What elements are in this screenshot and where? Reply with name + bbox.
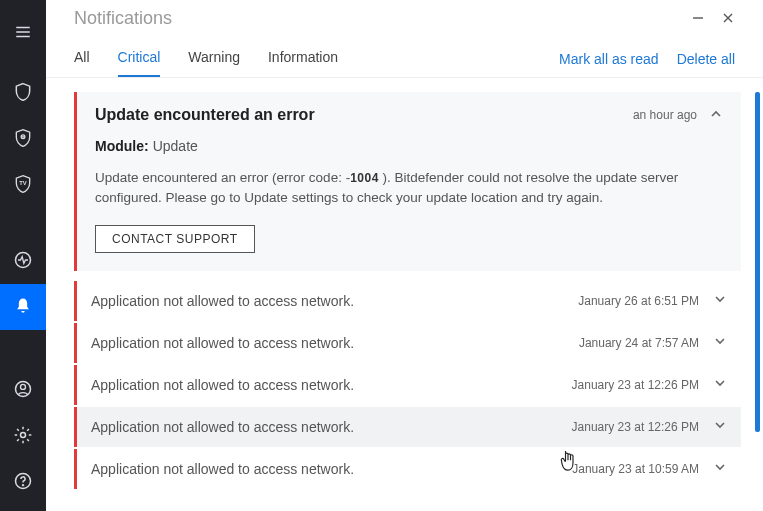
page-title: Notifications <box>74 8 683 29</box>
chevron-down-icon <box>714 293 726 308</box>
notification-row-time: January 23 at 10:59 AM <box>572 462 699 476</box>
activity-icon <box>13 250 33 273</box>
notification-row-time: January 23 at 12:26 PM <box>572 378 699 392</box>
notification-time: an hour ago <box>633 108 697 122</box>
contact-support-button[interactable]: CONTACT SUPPORT <box>95 225 255 253</box>
expand-button[interactable] <box>713 336 727 350</box>
notification-row-msg: Application not allowed to access networ… <box>91 335 579 351</box>
sidebar-item-settings[interactable] <box>0 413 46 459</box>
notification-row-msg: Application not allowed to access networ… <box>91 461 572 477</box>
tab-bar: All Critical Warning Information Mark al… <box>46 33 763 78</box>
tv-shield-icon: TV <box>13 174 33 197</box>
notifications-list: Update encountered an error an hour ago … <box>46 78 763 511</box>
svg-text:TV: TV <box>19 179 27 185</box>
notification-module: Module:Update <box>95 138 723 154</box>
sidebar-item-shield-tv[interactable]: TV <box>0 162 46 208</box>
svg-point-8 <box>22 484 24 486</box>
sidebar-item-help[interactable] <box>0 459 46 505</box>
notification-body: Update encountered an error (error code:… <box>95 168 723 209</box>
notification-row[interactable]: Application not allowed to access networ… <box>74 323 741 363</box>
sidebar-item-protection[interactable] <box>0 70 46 116</box>
eye-shield-icon <box>13 128 33 151</box>
notification-row-msg: Application not allowed to access networ… <box>91 293 578 309</box>
sidebar-item-privacy[interactable] <box>0 116 46 162</box>
sidebar: TV <box>0 0 46 511</box>
tab-information[interactable]: Information <box>268 43 338 77</box>
svg-point-6 <box>21 432 26 437</box>
notification-row-time: January 26 at 6:51 PM <box>578 294 699 308</box>
chevron-down-icon <box>714 461 726 476</box>
collapse-button[interactable] <box>709 108 723 122</box>
tab-warning[interactable]: Warning <box>188 43 240 77</box>
sidebar-item-activity[interactable] <box>0 238 46 284</box>
notification-row[interactable]: Application not allowed to access networ… <box>74 407 741 447</box>
notification-row[interactable]: Application not allowed to access networ… <box>74 449 741 489</box>
svg-point-1 <box>22 136 23 137</box>
notification-row-time: January 23 at 12:26 PM <box>572 420 699 434</box>
notification-row[interactable]: Application not allowed to access networ… <box>74 281 741 321</box>
bell-icon <box>13 296 33 319</box>
close-icon <box>722 11 734 27</box>
notification-expanded: Update encountered an error an hour ago … <box>74 92 741 271</box>
notification-row[interactable]: Application not allowed to access networ… <box>74 365 741 405</box>
notification-title: Update encountered an error <box>95 106 633 124</box>
delete-all-link[interactable]: Delete all <box>677 51 735 67</box>
sidebar-item-account[interactable] <box>0 367 46 413</box>
mark-all-read-link[interactable]: Mark all as read <box>559 51 659 67</box>
chevron-down-icon <box>714 377 726 392</box>
scrollbar-thumb[interactable] <box>755 92 760 432</box>
notification-row-msg: Application not allowed to access networ… <box>91 419 572 435</box>
gear-icon <box>13 425 33 448</box>
expand-button[interactable] <box>713 420 727 434</box>
chevron-down-icon <box>714 419 726 434</box>
tab-all[interactable]: All <box>74 43 90 77</box>
expand-button[interactable] <box>713 378 727 392</box>
help-icon <box>13 471 33 494</box>
minimize-button[interactable] <box>683 9 713 29</box>
menu-button[interactable] <box>0 10 46 56</box>
notification-row-time: January 24 at 7:57 AM <box>579 336 699 350</box>
sidebar-item-notifications[interactable] <box>0 284 46 330</box>
close-button[interactable] <box>713 9 743 29</box>
expand-button[interactable] <box>713 294 727 308</box>
titlebar: Notifications <box>46 0 763 33</box>
main-panel: Notifications All Critical Warning Infor… <box>46 0 763 511</box>
tab-critical[interactable]: Critical <box>118 43 161 77</box>
expand-button[interactable] <box>713 462 727 476</box>
chevron-down-icon <box>714 335 726 350</box>
shield-icon <box>13 82 33 105</box>
user-icon <box>13 379 33 402</box>
hamburger-icon <box>14 23 32 44</box>
chevron-up-icon <box>710 108 722 123</box>
notification-row-msg: Application not allowed to access networ… <box>91 377 572 393</box>
minimize-icon <box>692 11 704 27</box>
svg-point-5 <box>21 384 26 389</box>
